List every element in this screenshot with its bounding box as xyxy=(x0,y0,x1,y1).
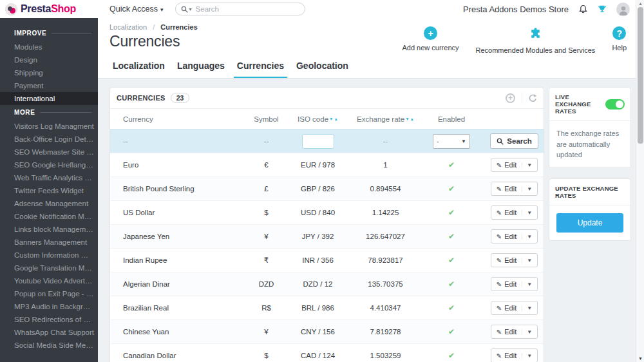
edit-button[interactable]: ✎ Edit ▼ xyxy=(491,253,538,267)
currency-iso-code: INR / 356 xyxy=(284,249,352,272)
edit-button[interactable]: ✎ Edit ▼ xyxy=(491,348,538,362)
help-button[interactable]: ? Help xyxy=(612,26,627,54)
currency-iso-code: GBP / 826 xyxy=(284,177,352,201)
search-button-label: Search xyxy=(507,137,531,145)
filter-search-button[interactable]: Search xyxy=(490,133,538,149)
sidebar-item-seo-google-hreflang-tags-for[interactable]: SEO Google Hreflang Tags for ... xyxy=(0,158,98,171)
enabled-check-icon[interactable]: ✔ xyxy=(448,280,455,289)
edit-dropdown-caret-icon[interactable]: ▼ xyxy=(522,210,532,216)
sort-desc-icon[interactable]: ▼ xyxy=(329,117,333,121)
user-avatar[interactable] xyxy=(616,3,630,16)
sidebar-item-adsense-management[interactable]: Adsense Management xyxy=(0,197,98,210)
enabled-check-icon[interactable]: ✔ xyxy=(448,184,455,193)
edit-dropdown-caret-icon[interactable]: ▼ xyxy=(522,353,532,359)
live-exchange-rates-toggle[interactable] xyxy=(605,99,625,110)
tab-geolocation[interactable]: Geolocation xyxy=(293,61,352,78)
breadcrumb-current: Currencies xyxy=(160,23,197,31)
edit-button[interactable]: ✎ Edit ▼ xyxy=(491,277,538,291)
notifications-bell-icon[interactable] xyxy=(578,5,588,14)
enabled-check-icon[interactable]: ✔ xyxy=(448,256,455,265)
enabled-filter-select[interactable]: - ▼ xyxy=(433,134,470,149)
table-row: Canadian Dollar $ CAD / 124 1.503259 ✔ ✎… xyxy=(110,344,544,362)
scroll-down-arrow-icon[interactable]: ▼ xyxy=(636,356,644,361)
sort-asc-icon[interactable]: ▲ xyxy=(334,117,337,121)
live-exchange-rates-card: LIVE EXCHANGE RATES The exchange rates a… xyxy=(549,87,631,168)
scrollbar-thumb[interactable] xyxy=(638,7,643,144)
edit-dropdown-caret-icon[interactable]: ▼ xyxy=(522,305,532,311)
sidebar-item-shipping[interactable]: Shipping xyxy=(0,66,98,79)
scroll-up-arrow-icon[interactable]: ▲ xyxy=(636,1,644,6)
sidebar-item-social-media-side-menu-links[interactable]: Social Media Side Menu Links xyxy=(0,339,98,352)
sidebar-item-links-block-management[interactable]: Links block Management xyxy=(0,223,98,236)
add-new-currency-button[interactable]: + Add new currency xyxy=(402,26,459,54)
tab-languages[interactable]: Languages xyxy=(174,61,228,78)
tab-localization[interactable]: Localization xyxy=(109,61,168,78)
vertical-scrollbar[interactable]: ▲ ▼ xyxy=(636,0,644,362)
trophy-icon[interactable] xyxy=(598,5,607,14)
edit-button[interactable]: ✎ Edit ▼ xyxy=(491,229,538,243)
prestashop-logo[interactable]: PrestaShop xyxy=(0,3,98,15)
panel-header: CURRENCIES 23 + xyxy=(110,88,544,109)
sidebar-item-popup-on-exit-page-on-brows[interactable]: Popup on Exit Page - On Brows... xyxy=(0,287,98,300)
edit-button[interactable]: ✎ Edit ▼ xyxy=(491,301,538,315)
sidebar-item-twitter-feeds-widget[interactable]: Twitter Feeds Widget xyxy=(0,184,98,197)
edit-button[interactable]: ✎ Edit ▼ xyxy=(491,158,538,172)
sidebar-item-google-translation-management[interactable]: Google Translation Management xyxy=(0,262,98,274)
currency-exchange-rate: 78.923817 xyxy=(352,249,419,272)
sidebar-item-banners-management[interactable]: Banners Management xyxy=(0,236,98,249)
currency-exchange-rate: 1 xyxy=(352,153,419,177)
sort-asc-icon[interactable]: ▲ xyxy=(410,117,414,121)
currency-exchange-rate: 126.647027 xyxy=(352,225,419,249)
tab-currencies[interactable]: Currencies xyxy=(234,61,287,78)
global-search[interactable]: ▾ xyxy=(175,3,305,15)
iso-code-filter-input[interactable] xyxy=(302,134,334,149)
refresh-icon[interactable] xyxy=(529,94,537,102)
panel-add-icon[interactable]: + xyxy=(506,93,515,103)
edit-dropdown-caret-icon[interactable]: ▼ xyxy=(522,234,532,240)
sidebar-item-international[interactable]: International xyxy=(0,92,98,105)
sidebar-item-youtube-video-advertisement[interactable]: Youtube Video Advertisement xyxy=(0,274,98,287)
edit-button[interactable]: ✎ Edit ▼ xyxy=(491,325,538,339)
search-icon xyxy=(497,138,504,145)
logo-text-presta: Presta xyxy=(21,3,51,15)
edit-dropdown-caret-icon[interactable]: ▼ xyxy=(522,162,532,168)
sort-desc-icon[interactable]: ▼ xyxy=(405,117,409,121)
search-input[interactable] xyxy=(196,5,299,13)
breadcrumb-parent[interactable]: Localization xyxy=(109,23,147,31)
sidebar-item-seo-webmaster-site-verification[interactable]: SEO Webmaster Site Verification xyxy=(0,146,98,158)
edit-dropdown-caret-icon[interactable]: ▼ xyxy=(522,281,532,287)
sidebar-item-payment[interactable]: Payment xyxy=(0,79,98,92)
currency-name: Brazilian Real xyxy=(110,296,249,320)
enabled-check-icon[interactable]: ✔ xyxy=(448,232,455,241)
currency-iso-code: CNY / 156 xyxy=(284,320,352,344)
sidebar-item-web-traffic-analytics-tool[interactable]: Web Traffic Analytics Tool xyxy=(0,171,98,184)
edit-button[interactable]: ✎ Edit ▼ xyxy=(491,205,538,220)
enabled-check-icon[interactable]: ✔ xyxy=(448,327,455,336)
column-iso-code: ISO code▼▲ xyxy=(284,109,352,129)
edit-dropdown-caret-icon[interactable]: ▼ xyxy=(522,329,532,335)
divider xyxy=(522,92,522,104)
edit-button[interactable]: ✎ Edit ▼ xyxy=(491,182,538,196)
sidebar-item-mp3-audio-in-background[interactable]: MP3 Audio in Background xyxy=(0,300,98,313)
search-scope-caret-icon[interactable]: ▾ xyxy=(189,6,192,12)
sidebar-item-visitors-log-managment[interactable]: Visitors Log Managment xyxy=(0,120,98,133)
enabled-check-icon[interactable]: ✔ xyxy=(448,208,455,217)
sidebar-item-cookie-notification-multilingual[interactable]: Cookie Notification Multilingual xyxy=(0,210,98,223)
edit-dropdown-caret-icon[interactable]: ▼ xyxy=(522,186,532,192)
sidebar-item-back-office-login-details[interactable]: Back-Office Login Details xyxy=(0,133,98,146)
recommended-modules-button[interactable]: Recommended Modules and Services xyxy=(476,26,596,54)
enabled-check-icon[interactable]: ✔ xyxy=(448,351,455,360)
quick-access-menu[interactable]: Quick Access▾ xyxy=(109,5,164,14)
sidebar-section-title: IMPROVE xyxy=(0,26,98,41)
sidebar-item-seo-redirections-of-urls[interactable]: SEO Redirections of URLS xyxy=(0,313,98,326)
enabled-check-icon[interactable]: ✔ xyxy=(448,160,455,169)
store-name-link[interactable]: Presta Addons Demos Store xyxy=(463,5,569,14)
table-row: Japanese Yen ¥ JPY / 392 126.647027 ✔ ✎ … xyxy=(110,225,544,249)
sidebar-item-custom-information-managem[interactable]: Custom Information Managem... xyxy=(0,249,98,262)
sidebar-item-whatsapp-chat-support[interactable]: WhatsApp Chat Support xyxy=(0,326,98,339)
update-button[interactable]: Update xyxy=(556,213,623,233)
sidebar-item-modules[interactable]: Modules xyxy=(0,41,98,53)
sidebar-item-design[interactable]: Design xyxy=(0,53,98,66)
enabled-check-icon[interactable]: ✔ xyxy=(448,303,455,312)
edit-dropdown-caret-icon[interactable]: ▼ xyxy=(522,258,532,263)
